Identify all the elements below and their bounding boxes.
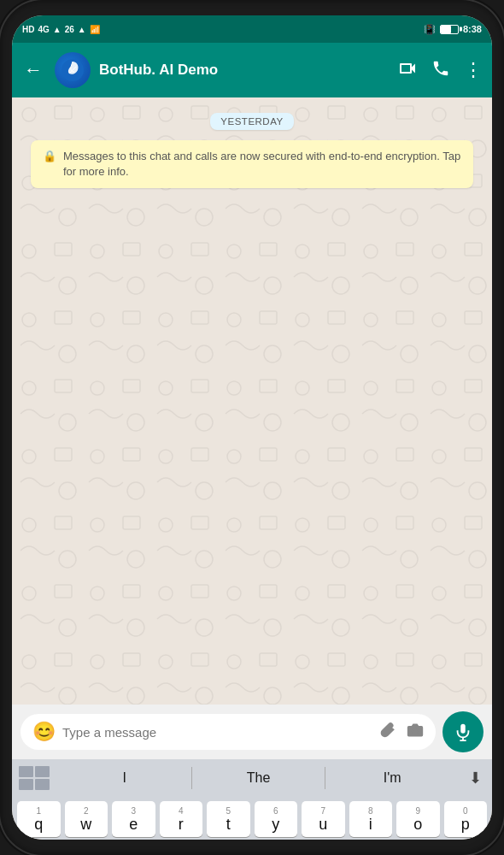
emoji-button[interactable]: 😊 bbox=[32, 721, 56, 743]
grid-cell-4 bbox=[35, 779, 50, 790]
grid-cell-3 bbox=[19, 779, 33, 790]
camera-icon bbox=[407, 722, 424, 739]
key-8-label: 8 bbox=[368, 806, 373, 816]
suggestions-list: I The I'm bbox=[58, 767, 459, 789]
key-3-label: 3 bbox=[131, 806, 136, 816]
battery-icon bbox=[440, 25, 459, 34]
key-6-label: 6 bbox=[273, 806, 278, 816]
suggestion-the[interactable]: The bbox=[192, 767, 326, 789]
battery-fill bbox=[441, 26, 451, 33]
key-w: w bbox=[80, 817, 91, 832]
key-9-label: 9 bbox=[415, 806, 420, 816]
suggestion-i[interactable]: I bbox=[58, 767, 192, 789]
keyboard-grid-icon bbox=[19, 766, 50, 790]
key-3[interactable]: 3e bbox=[112, 801, 155, 837]
encryption-text: Messages to this chat and calls are now … bbox=[63, 149, 461, 180]
key-4-label: 4 bbox=[179, 806, 184, 816]
wifi-icon: 📶 bbox=[90, 25, 100, 34]
keyboard-hide-button[interactable]: ⬇ bbox=[466, 765, 485, 791]
key-t: t bbox=[226, 817, 231, 832]
more-options-button[interactable]: ⋮ bbox=[464, 59, 483, 81]
number-row: 1q 2w 3e 4r 5t 6y 7u 8i 9o 0p bbox=[12, 797, 492, 840]
lock-icon: 🔒 bbox=[43, 150, 56, 162]
key-9[interactable]: 9o bbox=[396, 801, 440, 837]
key-4[interactable]: 4r bbox=[160, 801, 203, 837]
carrier-hd: HD bbox=[22, 25, 34, 34]
status-right: 📳 8:38 bbox=[424, 24, 482, 35]
suggestion-im[interactable]: I'm bbox=[325, 767, 459, 789]
key-2[interactable]: 2w bbox=[65, 801, 108, 837]
key-5-label: 5 bbox=[226, 806, 231, 816]
input-area: 😊 bbox=[12, 705, 492, 759]
signal-bars: ▲ bbox=[53, 25, 62, 34]
chat-background bbox=[12, 97, 492, 705]
camera-button[interactable] bbox=[407, 722, 424, 743]
date-label: YESTERDAY bbox=[210, 113, 293, 130]
phone-frame: HD 4G ▲ 26 ▲ 📶 📳 8:38 ← bbox=[0, 0, 504, 855]
key-1-label: 1 bbox=[36, 806, 41, 816]
key-7[interactable]: 7u bbox=[302, 801, 345, 837]
key-1[interactable]: 1q bbox=[17, 801, 61, 837]
key-8[interactable]: 8i bbox=[349, 801, 393, 837]
contact-name: BotHub. AI Demo bbox=[99, 62, 389, 79]
date-badge: YESTERDAY bbox=[22, 113, 482, 130]
key-o: o bbox=[413, 817, 422, 832]
chat-header: ← BotHub. AI Demo bbox=[12, 43, 492, 97]
key-u: u bbox=[319, 817, 327, 832]
attach-button[interactable] bbox=[379, 722, 396, 743]
back-button[interactable]: ← bbox=[21, 56, 46, 85]
key-2-label: 2 bbox=[84, 806, 89, 816]
status-left: HD 4G ▲ 26 ▲ 📶 bbox=[22, 25, 100, 34]
key-0[interactable]: 0p bbox=[444, 801, 488, 837]
key-i: i bbox=[369, 817, 372, 832]
key-0-label: 0 bbox=[463, 806, 468, 816]
mic-button[interactable] bbox=[442, 711, 483, 752]
message-input[interactable] bbox=[62, 725, 372, 740]
key-r: r bbox=[179, 817, 184, 832]
encryption-notice[interactable]: 🔒 Messages to this chat and calls are no… bbox=[31, 140, 473, 188]
input-icons bbox=[379, 722, 424, 743]
bothub-logo-icon bbox=[61, 58, 85, 82]
avatar-inner bbox=[55, 52, 91, 88]
vibrate-icon: 📳 bbox=[424, 24, 436, 35]
voice-call-button[interactable] bbox=[431, 59, 450, 82]
signal-bars-2: ▲ bbox=[78, 25, 86, 34]
phone-icon bbox=[431, 59, 450, 78]
video-icon bbox=[397, 58, 418, 79]
input-box: 😊 bbox=[21, 714, 436, 750]
carrier-4g: 4G bbox=[38, 25, 49, 34]
grid-cell-2 bbox=[35, 766, 50, 777]
key-7-label: 7 bbox=[320, 806, 325, 816]
svg-rect-2 bbox=[460, 724, 466, 734]
carrier-26: 26 bbox=[65, 25, 74, 34]
keyboard-suggestions: I The I'm ⬇ bbox=[12, 759, 492, 797]
chat-area: YESTERDAY 🔒 Messages to this chat and ca… bbox=[12, 97, 492, 705]
phone-screen: HD 4G ▲ 26 ▲ 📶 📳 8:38 ← bbox=[12, 15, 492, 840]
key-e: e bbox=[129, 817, 138, 832]
contact-info: BotHub. AI Demo bbox=[99, 62, 389, 79]
key-q: q bbox=[34, 817, 43, 832]
status-bar: HD 4G ▲ 26 ▲ 📶 📳 8:38 bbox=[12, 15, 492, 43]
key-p: p bbox=[461, 817, 470, 832]
header-actions: ⋮ bbox=[397, 58, 483, 83]
grid-cell-1 bbox=[19, 766, 33, 777]
video-call-button[interactable] bbox=[397, 58, 418, 83]
clock: 8:38 bbox=[463, 24, 482, 34]
key-5[interactable]: 5t bbox=[207, 801, 250, 837]
key-6[interactable]: 6y bbox=[255, 801, 298, 837]
paperclip-icon bbox=[379, 722, 396, 739]
avatar[interactable] bbox=[55, 52, 91, 88]
key-y: y bbox=[272, 817, 279, 832]
mic-icon bbox=[454, 722, 472, 741]
keyboard: 1q 2w 3e 4r 5t 6y 7u 8i 9o 0p bbox=[12, 797, 492, 840]
